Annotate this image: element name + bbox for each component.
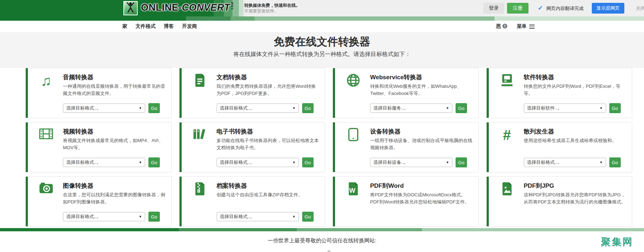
page-title: 免费在线文件转换器 bbox=[0, 32, 644, 48]
converter-card-hash: # 散列发生器 使用这些哈希生成器工具生成哈希或校验和。 选择目标格式..。▼ … bbox=[486, 122, 633, 172]
page-subtitle: 将在线媒体文件从一种格式转换为另一种格式。请选择目标格式如下： bbox=[0, 51, 644, 58]
chevron-down-icon: ▼ bbox=[139, 106, 142, 110]
go-button[interactable]: Go bbox=[148, 212, 160, 222]
target-service-select[interactable]: 选择目标服务..。▼ bbox=[370, 104, 452, 113]
converter-card-software: 软件转换器 转换您的文件从PDF到Word，PDF到Excel，等等。 选择目标… bbox=[486, 68, 633, 118]
partial-company-logo bbox=[326, 250, 332, 252]
converter-card-webservice: Webservice转换器 转换和优化Web服务的文件，如WhatsApp、Tw… bbox=[333, 68, 479, 118]
go-button[interactable]: Go bbox=[456, 157, 467, 167]
watermark: 聚集网 bbox=[601, 236, 633, 248]
converter-card-pdf-to-jpg: PDF到JPG 这种PDF到JPG转换器允许您将PDF转换为JPG，从而将PDF… bbox=[486, 176, 633, 227]
go-button[interactable]: Go bbox=[302, 103, 314, 113]
main-nav: 家 文件格式 博客 开发商 恩 菜单 bbox=[0, 21, 644, 32]
card-description: 一组用于移动设备、游戏控制台或平板电脑的在线视频转换器。 bbox=[370, 137, 473, 151]
go-button[interactable]: Go bbox=[609, 157, 621, 167]
globe-small-icon bbox=[502, 24, 507, 30]
card-title[interactable]: 档案转换器 bbox=[217, 182, 247, 190]
trusted-companies-text: 一些世界上最受尊敬的公司信任在线转换网站: bbox=[0, 237, 644, 244]
chevron-down-icon: ▼ bbox=[292, 106, 296, 110]
translate-status: 网页内容翻译完成 bbox=[546, 5, 584, 12]
target-format-select[interactable]: 选择目标格式..。▼ bbox=[63, 158, 145, 167]
menu-button[interactable]: 菜单 bbox=[517, 23, 535, 30]
card-title[interactable]: PDF到JPG bbox=[524, 182, 554, 190]
card-title[interactable]: 散列发生器 bbox=[524, 127, 554, 136]
nav-item-blog[interactable]: 博客 bbox=[164, 23, 174, 30]
chevron-down-icon: ▼ bbox=[292, 215, 296, 218]
card-title[interactable]: 文档转换器 bbox=[217, 73, 247, 81]
converter-grid: ♫ 音频转换器 一种通用的在线音频转换器，用于转换最常见的音频文件格式的音频文件… bbox=[25, 68, 632, 227]
target-format-select[interactable]: 选择目标格式..。▼ bbox=[217, 158, 299, 167]
card-description: 转换和优化Web服务的文件，如WhatsApp、Twitter、Facebook… bbox=[370, 83, 473, 97]
camera-icon bbox=[38, 182, 54, 198]
card-title[interactable]: Webservice转换器 bbox=[370, 73, 422, 81]
chevron-down-icon: ▼ bbox=[292, 161, 296, 164]
converter-card-document: 文档转换器 我们的免费文档转换器选择，允许您将Word转换为PDF，JPG到PD… bbox=[179, 68, 325, 118]
go-button[interactable]: Go bbox=[302, 212, 314, 222]
chevron-down-icon: ▼ bbox=[139, 215, 142, 218]
zip-file-icon bbox=[192, 182, 208, 198]
chevron-down-icon: ▼ bbox=[446, 161, 449, 164]
language-selector[interactable]: 恩 bbox=[496, 23, 507, 30]
card-title[interactable]: 音频转换器 bbox=[63, 73, 93, 81]
target-format-select[interactable]: 选择目标格式..。▼ bbox=[524, 158, 606, 167]
target-format-select[interactable]: 选择目标格式..。▼ bbox=[63, 212, 145, 221]
card-title[interactable]: 设备转换器 bbox=[370, 127, 400, 136]
card-description: 多功能在线电子书转换器列表，可以轻松地将文本文档转换为电子书。 bbox=[217, 137, 319, 151]
monitor-icon bbox=[499, 74, 515, 90]
svg-text:W: W bbox=[349, 187, 356, 194]
card-description: 将PDF文件转换为DOC或MicrosoftDocx格式。PDF到Word转换器… bbox=[370, 191, 473, 206]
login-button[interactable]: 登录 bbox=[483, 3, 504, 14]
close-translate-button[interactable]: 关闭 bbox=[636, 5, 644, 12]
brand-figure-icon bbox=[126, 2, 135, 14]
music-note-icon: ♫ bbox=[38, 74, 54, 90]
hamburger-icon bbox=[529, 25, 535, 29]
word-file-icon: W bbox=[345, 182, 362, 198]
footer-gradient-stripe bbox=[0, 228, 644, 231]
books-icon bbox=[192, 128, 208, 144]
target-format-select[interactable]: 选择目标格式..。▼ bbox=[217, 212, 299, 221]
converter-card-image: 图像转换器 在这里，您可以找到满足您需要的图像转换器，例如PDF到图像转换器。 … bbox=[25, 176, 172, 227]
target-software-select[interactable]: 选择目标软件..。▼ bbox=[524, 104, 606, 113]
brand-wordmark[interactable]: ONLINE-CONVERTCOM bbox=[141, 2, 234, 13]
card-title[interactable]: 图像转换器 bbox=[63, 182, 93, 190]
nav-item-file-formats[interactable]: 文件格式 bbox=[136, 23, 156, 30]
checkmark-icon: ✓ bbox=[538, 4, 543, 12]
show-original-button[interactable]: 显示原网页 bbox=[592, 3, 624, 14]
go-button[interactable]: Go bbox=[456, 103, 467, 113]
target-format-select[interactable]: 选择目标格式..。▼ bbox=[63, 104, 145, 113]
converter-card-archive: 档案转换器 创建与这个自由压缩工具像ZIP存档文件。 选择目标格式..。▼ Go bbox=[179, 176, 325, 227]
card-title[interactable]: 视频转换器 bbox=[63, 127, 93, 136]
hero-section: 免费在线文件转换器 将在线媒体文件从一种格式转换为另一种格式。请选择目标格式如下… bbox=[0, 32, 644, 68]
card-title[interactable]: 软件转换器 bbox=[524, 73, 554, 81]
image-file-icon bbox=[499, 182, 515, 198]
top-header: ONLINE-CONVERTCOM 转换媒体免费，快速和在线。 不需要安装软件。… bbox=[0, 0, 644, 16]
go-button[interactable]: Go bbox=[148, 103, 160, 113]
document-icon bbox=[192, 74, 208, 90]
card-description: 这种PDF到JPG转换器允许您将PDF转换为JPG，从而将PDF文本文档转换为流… bbox=[524, 191, 626, 206]
target-device-select[interactable]: 选择目标设备..。▼ bbox=[370, 158, 452, 167]
chevron-down-icon: ▼ bbox=[446, 106, 449, 110]
chevron-down-icon: ▼ bbox=[600, 161, 603, 164]
card-title[interactable]: 电子书转换器 bbox=[217, 127, 253, 136]
footer-section: 一些世界上最受尊敬的公司信任在线转换网站: bbox=[0, 231, 644, 252]
card-description: 我们的免费文档转换器选择，允许您将Word转换为PDF，JPG到PDF更多。 bbox=[217, 83, 319, 97]
go-button[interactable]: Go bbox=[148, 157, 160, 167]
converter-card-video: 视频转换器 将视频文件转换成最常见的格式，如MP4、AVI、MOV等。 选择目标… bbox=[25, 122, 172, 172]
header-gradient-stripe bbox=[0, 16, 644, 21]
converter-card-pdf-to-word: W PDF到Word 将PDF文件转换为DOC或MicrosoftDocx格式。… bbox=[333, 176, 479, 227]
go-button[interactable]: Go bbox=[609, 103, 621, 113]
converter-card-audio: ♫ 音频转换器 一种通用的在线音频转换器，用于转换最常见的音频文件格式的音频文件… bbox=[25, 68, 172, 118]
globe-icon bbox=[345, 74, 362, 90]
nav-item-home[interactable]: 家 bbox=[122, 23, 127, 30]
site-tagline: 转换媒体免费，快速和在线。 不需要安装软件。 bbox=[244, 2, 300, 14]
nav-item-developers[interactable]: 开发商 bbox=[182, 23, 197, 30]
card-description: 将视频文件转换成最常见的格式，如MP4、AVI、MOV等。 bbox=[63, 137, 166, 151]
hash-icon: # bbox=[499, 128, 515, 144]
converter-card-ebook: 电子书转换器 多功能在线电子书转换器列表，可以轻松地将文本文档转换为电子书。 选… bbox=[179, 122, 325, 172]
brand-logo[interactable] bbox=[123, 1, 138, 15]
card-description: 使用这些哈希生成器工具生成哈希或校验和。 bbox=[524, 137, 626, 144]
go-button[interactable]: Go bbox=[302, 157, 314, 167]
register-button[interactable]: 注册 bbox=[507, 3, 529, 14]
target-format-select[interactable]: 选择目标格式..。▼ bbox=[217, 104, 299, 113]
card-title[interactable]: PDF到Word bbox=[370, 182, 404, 190]
